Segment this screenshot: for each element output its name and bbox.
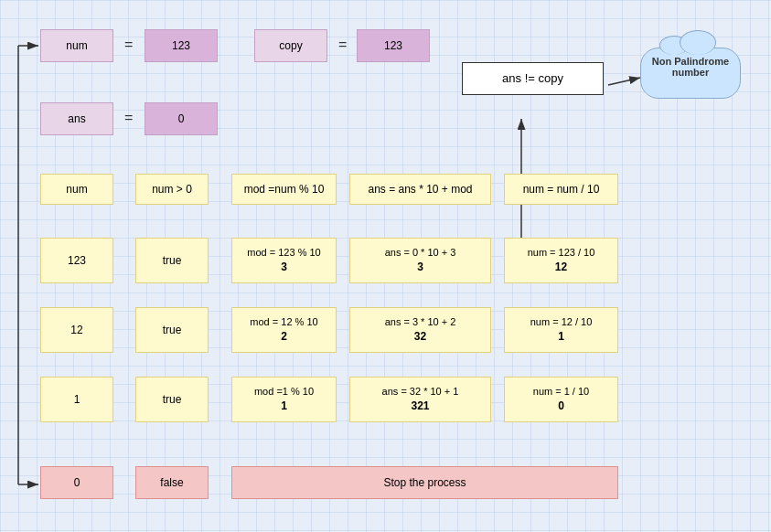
num-val-box: 123 — [145, 29, 218, 62]
eq2-sign: = — [338, 37, 347, 53]
col-header-cond: num > 0 — [135, 174, 209, 205]
ans-val-box: 0 — [145, 102, 218, 135]
cloud-text: Non Palindrome number — [652, 56, 729, 78]
col-header-mod: mod =num % 10 — [231, 174, 337, 205]
row1-num: 123 — [40, 238, 113, 283]
row3-mod: mod =1 % 10 1 — [231, 377, 337, 422]
footer-num-val: 0 — [74, 475, 80, 491]
row1-divnum-top: num = 123 / 10 — [528, 246, 595, 260]
row2-cond-val: true — [163, 323, 182, 338]
row3-ans-top: ans = 32 * 10 + 1 — [382, 385, 459, 399]
num-value: 123 — [172, 38, 190, 54]
comparison-text: ans != copy — [502, 70, 563, 87]
row3-ans: ans = 32 * 10 + 1 321 — [349, 377, 491, 422]
ans-label: ans — [68, 112, 85, 127]
row2-ans-top: ans = 3 * 10 + 2 — [385, 315, 456, 329]
row1-ans-top: ans = 0 * 10 + 3 — [385, 246, 456, 260]
comparison-box: ans != copy — [462, 62, 604, 95]
row1-ans: ans = 0 * 10 + 3 3 — [349, 238, 491, 283]
footer-cond: false — [135, 466, 209, 499]
eq3-sign: = — [124, 110, 133, 126]
num-label: num — [66, 38, 87, 54]
col-header-num: num — [40, 174, 113, 205]
row1-num-val: 123 — [68, 253, 86, 269]
header-cond: num > 0 — [152, 182, 192, 197]
row2-mod: mod = 12 % 10 2 — [231, 307, 337, 353]
header-num: num — [66, 182, 87, 197]
copy-val-box: 123 — [357, 29, 430, 62]
copy-value: 123 — [384, 38, 402, 54]
row1-ans-bold: 3 — [417, 260, 423, 275]
row1-mod: mod = 123 % 10 3 — [231, 238, 337, 283]
eq1-sign: = — [124, 37, 133, 53]
footer-stop: Stop the process — [231, 466, 618, 499]
row3-divnum-bold: 0 — [558, 399, 564, 414]
row2-ans: ans = 3 * 10 + 2 32 — [349, 307, 491, 353]
row3-num-val: 1 — [74, 392, 80, 408]
footer-num: 0 — [40, 466, 113, 499]
col-header-ans: ans = ans * 10 + mod — [349, 174, 491, 205]
row3-divnum-top: num = 1 / 10 — [533, 385, 589, 399]
row3-mod-top: mod =1 % 10 — [254, 385, 314, 399]
row1-divnum-bold: 12 — [555, 260, 567, 275]
row2-divnum: num = 12 / 10 1 — [504, 307, 618, 353]
row3-ans-bold: 321 — [411, 399, 429, 414]
row2-divnum-bold: 1 — [558, 329, 564, 345]
footer-cond-val: false — [160, 475, 183, 491]
row2-mod-top: mod = 12 % 10 — [250, 315, 317, 329]
row2-mod-bold: 2 — [281, 329, 287, 345]
ans-value: 0 — [178, 112, 185, 127]
footer-stop-text: Stop the process — [383, 475, 466, 491]
col-header-divnum: num = num / 10 — [504, 174, 618, 205]
row3-mod-bold: 1 — [281, 399, 287, 414]
svg-line-6 — [608, 78, 640, 85]
header-ans: ans = ans * 10 + mod — [368, 182, 472, 197]
ans-label-box: ans — [40, 102, 113, 135]
num-label-box: num — [40, 29, 113, 62]
row2-num-val: 12 — [70, 323, 82, 338]
copy-label: copy — [279, 38, 302, 54]
row3-num: 1 — [40, 377, 113, 422]
row3-cond: true — [135, 377, 209, 422]
cloud-label: Non Palindrome number — [640, 48, 741, 99]
row2-ans-bold: 32 — [414, 329, 426, 345]
row3-cond-val: true — [163, 392, 182, 408]
row1-cond-val: true — [163, 253, 182, 269]
copy-label-box: copy — [254, 29, 327, 62]
row2-divnum-top: num = 12 / 10 — [530, 315, 593, 329]
header-mod: mod =num % 10 — [244, 182, 325, 197]
row3-divnum: num = 1 / 10 0 — [504, 377, 618, 422]
row1-mod-bold: 3 — [281, 260, 287, 275]
row2-num: 12 — [40, 307, 113, 353]
header-divnum: num = num / 10 — [523, 182, 600, 197]
row1-divnum: num = 123 / 10 12 — [504, 238, 618, 283]
row1-mod-top: mod = 123 % 10 — [247, 246, 320, 260]
row1-cond: true — [135, 238, 209, 283]
row2-cond: true — [135, 307, 209, 353]
